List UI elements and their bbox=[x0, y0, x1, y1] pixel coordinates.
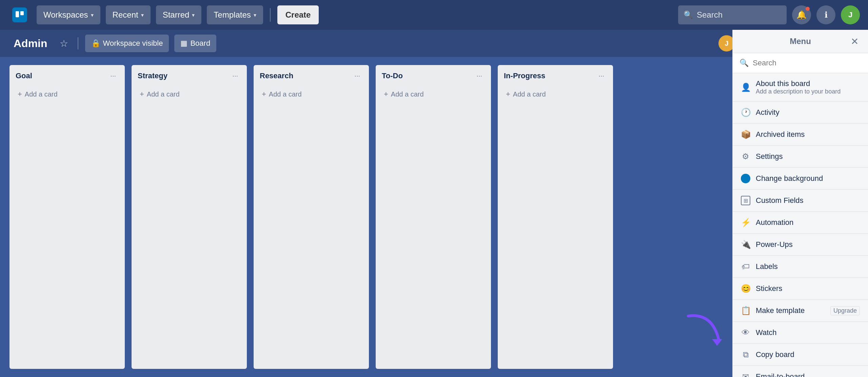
email-to-board-item[interactable]: ✉ Email-to-board bbox=[733, 366, 868, 377]
lock-icon: 🔒 bbox=[91, 39, 100, 48]
header-divider bbox=[270, 8, 271, 22]
board-star-button[interactable]: ☆ bbox=[57, 35, 71, 52]
notifications-button[interactable]: 🔔 bbox=[792, 5, 811, 24]
stickers-item[interactable]: 😊 Stickers bbox=[733, 278, 868, 299]
recent-chevron-icon: ▾ bbox=[141, 12, 144, 18]
menu-title: Menu bbox=[790, 37, 811, 46]
list-goal-options-button[interactable]: ··· bbox=[107, 70, 119, 81]
search-bar[interactable]: 🔍 Search bbox=[678, 5, 787, 24]
upgrade-badge: Upgrade bbox=[830, 306, 860, 315]
custom-fields-section: ⊞ Custom Fields bbox=[733, 190, 868, 212]
sticker-icon: 😊 bbox=[741, 284, 750, 293]
app-logo[interactable] bbox=[8, 5, 31, 25]
labels-label: Labels bbox=[756, 262, 778, 271]
settings-section: ⚙ Settings bbox=[733, 146, 868, 168]
list-research: Research ··· + Add a card bbox=[254, 65, 369, 369]
search-icon: 🔍 bbox=[684, 11, 693, 19]
list-research-add-card-button[interactable]: + Add a card bbox=[256, 86, 366, 103]
menu-search[interactable]: 🔍 bbox=[733, 53, 868, 73]
menu-search-input[interactable] bbox=[753, 59, 861, 67]
automation-label: Automation bbox=[756, 218, 793, 227]
info-button[interactable]: ℹ bbox=[816, 5, 835, 24]
info-icon: ℹ bbox=[825, 10, 828, 20]
list-research-header: Research ··· bbox=[254, 65, 369, 84]
make-template-section: 📋 Make template Upgrade bbox=[733, 300, 868, 322]
copy-board-section: ⧉ Copy board bbox=[733, 344, 868, 366]
list-goal-title: Goal bbox=[16, 71, 32, 80]
workspaces-chevron-icon: ▾ bbox=[91, 12, 94, 18]
user-avatar[interactable]: J bbox=[841, 5, 860, 24]
close-icon: ✕ bbox=[851, 36, 859, 47]
create-button[interactable]: Create bbox=[277, 5, 319, 24]
app-header: Workspaces ▾ Recent ▾ Starred ▾ Template… bbox=[0, 0, 868, 30]
starred-button[interactable]: Starred ▾ bbox=[156, 5, 202, 24]
menu-close-button[interactable]: ✕ bbox=[848, 35, 861, 48]
logo-icon bbox=[12, 7, 27, 22]
archived-items-item[interactable]: 📦 Archived items bbox=[733, 124, 868, 145]
list-goal-add-card-button[interactable]: + Add a card bbox=[12, 86, 122, 103]
power-icon: 🔌 bbox=[741, 240, 750, 249]
settings-item[interactable]: ⚙ Settings bbox=[733, 146, 868, 167]
label-icon: 🏷 bbox=[741, 262, 750, 271]
list-in-progress-add-card-button[interactable]: + Add a card bbox=[500, 86, 610, 103]
automation-section: ⚡ Automation bbox=[733, 212, 868, 234]
activity-section: 🕐 Activity bbox=[733, 102, 868, 124]
list-strategy-options-button[interactable]: ··· bbox=[230, 70, 241, 81]
power-ups-item[interactable]: 🔌 Power-Ups bbox=[733, 234, 868, 255]
workspace-visible-button[interactable]: 🔒 Workspace visible bbox=[85, 35, 169, 52]
list-strategy: Strategy ··· + Add a card bbox=[132, 65, 247, 369]
list-to-do-title: To-Do bbox=[382, 71, 403, 80]
notification-badge-dot bbox=[806, 7, 810, 11]
star-icon: ☆ bbox=[60, 38, 68, 49]
settings-label: Settings bbox=[756, 152, 783, 161]
board-icon: ▦ bbox=[180, 39, 188, 48]
list-research-title: Research bbox=[260, 71, 293, 80]
list-research-options-button[interactable]: ··· bbox=[352, 70, 363, 81]
list-to-do-add-card-button[interactable]: + Add a card bbox=[378, 86, 488, 103]
clock-icon: 🕐 bbox=[741, 108, 750, 117]
board-header-separator bbox=[78, 37, 78, 49]
automation-icon: ⚡ bbox=[741, 218, 750, 227]
labels-item[interactable]: 🏷 Labels bbox=[733, 256, 868, 277]
list-to-do-options-button[interactable]: ··· bbox=[474, 70, 485, 81]
stickers-label: Stickers bbox=[756, 284, 782, 293]
list-strategy-add-card-button[interactable]: + Add a card bbox=[134, 86, 244, 103]
activity-item[interactable]: 🕐 Activity bbox=[733, 102, 868, 123]
archive-icon: 📦 bbox=[741, 130, 750, 139]
add-card-plus-icon: + bbox=[384, 90, 388, 99]
menu-header: Menu ✕ bbox=[733, 30, 868, 53]
color-circle-icon bbox=[741, 174, 750, 183]
custom-fields-label: Custom Fields bbox=[756, 196, 804, 205]
templates-button[interactable]: Templates ▾ bbox=[207, 5, 263, 24]
make-template-label: Make template bbox=[756, 306, 805, 315]
board-title[interactable]: Admin bbox=[9, 35, 52, 53]
activity-label: Activity bbox=[756, 108, 780, 117]
copy-icon: ⧉ bbox=[741, 350, 750, 359]
about-board-item[interactable]: 👤 About this board Add a description to … bbox=[733, 73, 868, 101]
change-background-item[interactable]: Change background bbox=[733, 168, 868, 189]
workspaces-button[interactable]: Workspaces ▾ bbox=[37, 5, 100, 24]
power-ups-section: 🔌 Power-Ups bbox=[733, 234, 868, 256]
change-background-section: Change background bbox=[733, 168, 868, 190]
about-board-content: About this board Add a description to yo… bbox=[756, 79, 841, 95]
settings-icon: ⚙ bbox=[741, 152, 750, 161]
add-card-plus-icon: + bbox=[506, 90, 510, 99]
bell-icon: 🔔 bbox=[796, 10, 807, 20]
stickers-section: 😊 Stickers bbox=[733, 278, 868, 300]
recent-button[interactable]: Recent ▾ bbox=[106, 5, 151, 24]
archived-items-label: Archived items bbox=[756, 130, 805, 139]
custom-fields-item[interactable]: ⊞ Custom Fields bbox=[733, 190, 868, 211]
watch-label: Watch bbox=[756, 328, 777, 337]
copy-board-item[interactable]: ⧉ Copy board bbox=[733, 344, 868, 365]
automation-item[interactable]: ⚡ Automation bbox=[733, 212, 868, 233]
about-section: 👤 About this board Add a description to … bbox=[733, 73, 868, 102]
list-in-progress-options-button[interactable]: ··· bbox=[596, 70, 607, 81]
templates-chevron-icon: ▾ bbox=[254, 12, 256, 18]
watch-item[interactable]: 👁 Watch bbox=[733, 322, 868, 343]
labels-section: 🏷 Labels bbox=[733, 256, 868, 278]
board-button[interactable]: ▦ Board bbox=[174, 35, 216, 52]
svg-rect-1 bbox=[20, 11, 24, 15]
make-template-item[interactable]: 📋 Make template Upgrade bbox=[733, 300, 868, 321]
archived-section: 📦 Archived items bbox=[733, 124, 868, 146]
list-goal: Goal ··· + Add a card bbox=[9, 65, 125, 369]
